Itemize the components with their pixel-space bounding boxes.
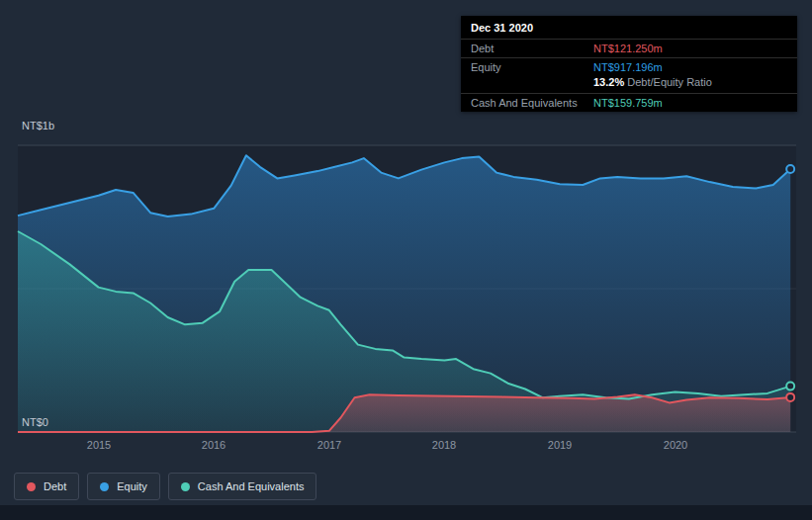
equity-endpoint-dot (786, 165, 794, 173)
legend-debt-label: Debt (44, 480, 66, 492)
y-axis-label-top: NT$1b (22, 120, 54, 131)
tooltip-row-debt: Debt NT$121.250m (461, 40, 797, 58)
chart-tooltip: Dec 31 2020 Debt NT$121.250m Equity NT$9… (461, 16, 797, 112)
x-tick-label-2018: 2018 (432, 439, 456, 451)
tooltip-ratio-value: 13.2% (593, 76, 624, 88)
x-tick-label-2020: 2020 (664, 439, 687, 451)
cash-series-dot-icon (181, 482, 190, 491)
tooltip-debt-label: Debt (471, 43, 593, 54)
x-tick-label-2019: 2019 (548, 439, 572, 451)
equity-series-dot-icon (100, 482, 109, 491)
debt-endpoint-dot (786, 393, 794, 401)
debt-series-dot-icon (27, 482, 36, 491)
y-axis-label-bottom: NT$0 (22, 416, 48, 428)
legend-item-debt[interactable]: Debt (14, 473, 79, 500)
cash-and-equivalents-endpoint-dot (786, 383, 794, 390)
tooltip-row-cash: Cash And Equivalents NT$159.759m (461, 94, 797, 112)
tooltip-ratio-row: 13.2% Debt/Equity Ratio (461, 76, 797, 94)
legend-item-cash[interactable]: Cash And Equivalents (168, 473, 317, 500)
legend-cash-label: Cash And Equivalents (198, 480, 305, 492)
tooltip-cash-value: NT$159.759m (593, 97, 787, 109)
tooltip-cash-label: Cash And Equivalents (471, 97, 593, 109)
legend-equity-label: Equity (117, 480, 147, 492)
debt-equity-chart-panel: NT$1b NT$0 201520162017201820192020 Dec … (0, 0, 812, 520)
bottom-bar (0, 505, 812, 520)
tooltip-row-equity: Equity NT$917.196m (461, 58, 797, 76)
tooltip-date: Dec 31 2020 (461, 16, 797, 40)
legend-item-equity[interactable]: Equity (87, 473, 160, 500)
tooltip-ratio-label: Debt/Equity Ratio (624, 76, 712, 88)
x-tick-label-2017: 2017 (317, 439, 341, 451)
tooltip-ratio: 13.2% Debt/Equity Ratio (593, 76, 787, 88)
chart-legend: Debt Equity Cash And Equivalents (14, 473, 316, 500)
tooltip-debt-value: NT$121.250m (593, 43, 787, 54)
x-tick-label-2015: 2015 (87, 439, 111, 451)
x-tick-label-2016: 2016 (202, 439, 226, 451)
tooltip-equity-label: Equity (471, 61, 593, 73)
tooltip-equity-value: NT$917.196m (593, 61, 787, 73)
